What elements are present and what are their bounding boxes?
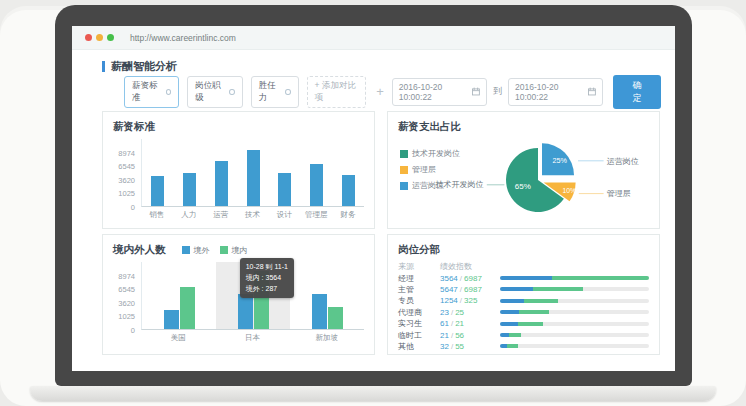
headcount-bar-chart: 8974 6545 3620 1025 0	[113, 262, 364, 330]
add-comparison-label: + 添加对比项	[315, 80, 359, 104]
y-tick: 8974	[118, 148, 135, 157]
y-tick: 0	[131, 326, 135, 335]
pie-value-management: 10%	[562, 187, 576, 194]
window-maximize-dot[interactable]	[107, 34, 114, 41]
bar-hr[interactable]	[183, 173, 196, 207]
legend-item-overseas[interactable]: 境外	[182, 245, 210, 256]
y-tick: 3620	[118, 298, 135, 307]
progress-blue	[500, 287, 533, 291]
filter-chip-label: 胜任力	[259, 80, 281, 104]
date-to-value: 2016-10-20 10:00:22	[515, 82, 583, 102]
bar-col	[301, 139, 333, 206]
progress-blue	[500, 299, 524, 303]
x-tick: 设计	[268, 207, 300, 220]
window-minimize-dot[interactable]	[96, 34, 103, 41]
date-from-value: 2016-10-20 10:00:22	[399, 82, 467, 102]
plot-area	[141, 139, 364, 207]
bar-sales[interactable]	[151, 176, 164, 206]
progress-green	[552, 276, 649, 280]
bar-tech[interactable]	[247, 150, 260, 206]
bar-col	[332, 139, 364, 206]
legend-item-domestic[interactable]: 境内	[220, 245, 248, 256]
bar-management[interactable]	[310, 164, 323, 206]
panel-title: 薪资支出占比	[398, 120, 649, 134]
browser-chrome: http://www.careerintlinc.com	[72, 26, 675, 50]
progress-green	[533, 287, 584, 291]
y-axis: 8974 6545 3620 1025 0	[113, 262, 141, 330]
bar-col	[142, 139, 174, 206]
panel-salary-expense: 薪资支出占比 技术开发岗位 管理层	[387, 111, 660, 229]
tooltip-overseas-value: 境外 : 287	[246, 283, 288, 294]
address-bar-url[interactable]: http://www.careerintlinc.com	[130, 33, 236, 43]
value-source: 61	[440, 319, 449, 328]
progress-bar	[500, 299, 649, 303]
progress-bar	[500, 344, 649, 348]
chip-remove-icon[interactable]	[229, 89, 234, 95]
bar-singapore-overseas[interactable]	[312, 294, 327, 329]
legend-item[interactable]: 运营岗位	[400, 180, 460, 191]
pie-legend: 技术开发岗位 管理层 运营岗位	[400, 148, 470, 196]
legend-item[interactable]: 管理层	[400, 164, 460, 175]
confirm-button[interactable]: 确定	[613, 75, 661, 109]
progress-bar	[500, 287, 649, 291]
panel-headcount: 境内外人数 境外 境内	[102, 234, 375, 355]
chip-remove-icon[interactable]	[166, 89, 171, 95]
bar-japan-overseas[interactable]	[238, 294, 253, 329]
filter-chip-salary-standard[interactable]: 薪资标准	[124, 76, 179, 108]
x-tick: 人力	[173, 207, 205, 220]
filter-chip-position-grade[interactable]: 岗位职级	[187, 76, 242, 108]
date-to-input[interactable]: 2016-10-20 10:00:22	[508, 78, 603, 106]
salary-bar-chart: 8974 6545 3620 1025 0	[113, 139, 364, 207]
y-tick: 0	[131, 203, 135, 212]
progress-bar	[500, 310, 649, 314]
value-source: 21	[440, 331, 449, 340]
chip-remove-icon[interactable]	[285, 89, 290, 95]
tooltip-domestic-value: 境内 : 3564	[246, 272, 288, 283]
value-index: 325	[464, 296, 477, 305]
legend-label: 管理层	[412, 164, 436, 175]
bar-usa-overseas[interactable]	[164, 310, 179, 329]
y-tick: 1025	[118, 312, 135, 321]
tooltip-date-range: 10-28 到 11-1	[246, 261, 288, 272]
date-range-to-label: 到	[493, 85, 502, 98]
y-tick: 6545	[118, 285, 135, 294]
bar-usa-domestic[interactable]	[180, 287, 195, 329]
x-tick: 运营	[205, 207, 237, 220]
window-close-dot[interactable]	[85, 34, 92, 41]
panel-positions: 岗位分部 来源 绩效指数 经理 3564/6987	[387, 234, 660, 355]
calendar-icon	[588, 87, 596, 96]
table-row: 专员 1254/325	[398, 295, 649, 306]
add-comparison-button[interactable]: + 添加对比项	[307, 76, 367, 108]
value-source: 23	[440, 308, 449, 317]
bar-finance[interactable]	[342, 175, 355, 206]
bar-singapore-domestic[interactable]	[328, 307, 343, 329]
progress-blue	[500, 322, 518, 326]
progress-green	[524, 299, 558, 303]
bar-operations[interactable]	[215, 161, 228, 206]
filter-toolbar: 薪资标准 岗位职级 胜任力 + 添加对比项 + 2016-10-20 10:00…	[124, 81, 661, 102]
value-index: 55	[455, 342, 464, 351]
progress-blue	[500, 310, 519, 314]
table-row: 实习生 61/21	[398, 318, 649, 329]
row-label: 主管	[398, 284, 440, 295]
y-tick: 8974	[118, 271, 135, 280]
value-source: 5647	[440, 285, 458, 294]
legend-label: 境外	[194, 245, 210, 256]
value-index: 25	[455, 308, 464, 317]
value-source: 32	[440, 342, 449, 351]
value-index: 6987	[464, 274, 482, 283]
laptop-base	[30, 386, 716, 401]
x-tick: 销售	[141, 207, 173, 220]
bar-design[interactable]	[278, 173, 291, 207]
group-singapore	[290, 262, 364, 329]
legend-swatch	[220, 246, 228, 254]
progress-blue	[500, 333, 509, 337]
page-title: 薪酬智能分析	[111, 59, 177, 74]
table-row: 其他 32/55	[398, 341, 649, 352]
col-header-index: 绩效指数	[440, 261, 500, 272]
row-label: 代理商	[398, 307, 440, 318]
title-accent-bar	[102, 61, 105, 72]
filter-chip-competency[interactable]: 胜任力	[251, 76, 299, 108]
legend-item[interactable]: 技术开发岗位	[400, 148, 460, 159]
date-from-input[interactable]: 2016-10-20 10:00:22	[392, 78, 487, 106]
